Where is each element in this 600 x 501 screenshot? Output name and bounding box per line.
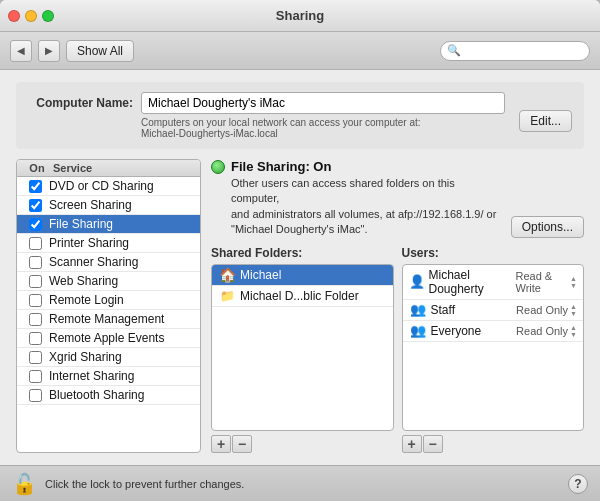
service-checkbox-printer[interactable]: [21, 237, 49, 250]
traffic-lights: [8, 10, 54, 22]
folder-icon-public: 📁: [218, 289, 236, 303]
main-panel: On Service DVD or CD Sharing Screen Shar…: [16, 159, 584, 453]
minimize-button[interactable]: [25, 10, 37, 22]
service-name-bluetooth: Bluetooth Sharing: [49, 388, 196, 402]
content-area: Computer Name: Computers on your local n…: [0, 70, 600, 465]
service-item-bluetooth[interactable]: Bluetooth Sharing: [17, 386, 200, 405]
right-panel: File Sharing: On Other users can access …: [211, 159, 584, 453]
service-checkbox-bluetooth[interactable]: [21, 389, 49, 402]
service-name-printer: Printer Sharing: [49, 236, 196, 250]
user-permission-staff: Read Only ▲▼: [516, 303, 577, 317]
sharing-status-title: File Sharing: On: [231, 159, 505, 174]
back-button[interactable]: ◀: [10, 40, 32, 62]
service-checkbox-xgrid[interactable]: [21, 351, 49, 364]
user-icon-michael: 👤: [409, 275, 425, 289]
service-item-remote-mgmt[interactable]: Remote Management: [17, 310, 200, 329]
service-item-file[interactable]: File Sharing: [17, 215, 200, 234]
services-list: On Service DVD or CD Sharing Screen Shar…: [16, 159, 201, 453]
service-item-remote-login[interactable]: Remote Login: [17, 291, 200, 310]
lock-icon-wrap[interactable]: 🔓: [12, 472, 37, 496]
sharing-status: File Sharing: On Other users can access …: [211, 159, 505, 238]
help-button[interactable]: ?: [568, 474, 588, 494]
permission-stepper-everyone[interactable]: ▲▼: [570, 324, 577, 338]
user-permission-michael: Read & Write ▲▼: [516, 270, 578, 294]
service-checkbox-remote-events[interactable]: [21, 332, 49, 345]
on-column-header: On: [21, 162, 53, 174]
sharing-status-text: File Sharing: On Other users can access …: [231, 159, 505, 238]
computer-name-input[interactable]: [141, 92, 505, 114]
service-name-internet: Internet Sharing: [49, 369, 196, 383]
folders-users-row: Shared Folders: 🏠 Michael 📁 Michael D...…: [211, 246, 584, 453]
remove-user-button[interactable]: −: [423, 435, 443, 453]
folder-item-public[interactable]: 📁 Michael D...blic Folder: [212, 286, 393, 307]
service-checkbox-file[interactable]: [21, 218, 49, 231]
service-name-file: File Sharing: [49, 217, 196, 231]
bottom-bar: 🔓 Click the lock to prevent further chan…: [0, 465, 600, 501]
add-user-button[interactable]: +: [402, 435, 422, 453]
status-dot: [211, 160, 225, 174]
service-checkbox-remote-login[interactable]: [21, 294, 49, 307]
user-name-staff: Staff: [431, 303, 455, 317]
search-icon: 🔍: [447, 44, 461, 57]
maximize-button[interactable]: [42, 10, 54, 22]
computer-name-section: Computer Name: Computers on your local n…: [16, 82, 584, 149]
users-col: Users: 👤 Michael Dougherty Read & Write …: [402, 246, 585, 453]
service-item-web[interactable]: Web Sharing: [17, 272, 200, 291]
service-name-remote-login: Remote Login: [49, 293, 196, 307]
service-checkbox-dvd-cd[interactable]: [21, 180, 49, 193]
user-item-michael-dougherty[interactable]: 👤 Michael Dougherty Read & Write ▲▼: [403, 265, 584, 300]
permission-stepper-staff[interactable]: ▲▼: [570, 303, 577, 317]
user-item-everyone[interactable]: 👥 Everyone Read Only ▲▼: [403, 321, 584, 342]
services-header: On Service: [17, 160, 200, 177]
shared-folders-list: 🏠 Michael 📁 Michael D...blic Folder: [211, 264, 394, 431]
service-item-scanner[interactable]: Scanner Sharing: [17, 253, 200, 272]
service-item-dvd-cd[interactable]: DVD or CD Sharing: [17, 177, 200, 196]
service-name-remote-mgmt: Remote Management: [49, 312, 196, 326]
window-title: Sharing: [276, 8, 324, 23]
service-name-web: Web Sharing: [49, 274, 196, 288]
search-input[interactable]: [461, 45, 583, 57]
user-item-staff[interactable]: 👥 Staff Read Only ▲▼: [403, 300, 584, 321]
service-checkbox-web[interactable]: [21, 275, 49, 288]
remove-folder-button[interactable]: −: [232, 435, 252, 453]
search-box: 🔍: [440, 41, 590, 61]
folder-icon-michael: 🏠: [218, 268, 236, 282]
service-checkbox-internet[interactable]: [21, 370, 49, 383]
bottom-bar-text: Click the lock to prevent further change…: [45, 478, 560, 490]
options-button[interactable]: Options...: [511, 216, 584, 238]
user-icon-everyone: 👥: [409, 324, 427, 338]
edit-button[interactable]: Edit...: [519, 110, 572, 132]
title-bar: Sharing: [0, 0, 600, 32]
service-checkbox-scanner[interactable]: [21, 256, 49, 269]
service-name-scanner: Scanner Sharing: [49, 255, 196, 269]
shared-folders-label: Shared Folders:: [211, 246, 394, 260]
shared-folders-col: Shared Folders: 🏠 Michael 📁 Michael D...…: [211, 246, 394, 453]
service-name-xgrid: Xgrid Sharing: [49, 350, 196, 364]
users-controls: + −: [402, 435, 585, 453]
users-label: Users:: [402, 246, 585, 260]
service-item-printer[interactable]: Printer Sharing: [17, 234, 200, 253]
computer-name-input-area: Computers on your local network can acce…: [141, 92, 505, 139]
service-item-internet[interactable]: Internet Sharing: [17, 367, 200, 386]
close-button[interactable]: [8, 10, 20, 22]
forward-button[interactable]: ▶: [38, 40, 60, 62]
folder-item-michael[interactable]: 🏠 Michael: [212, 265, 393, 286]
service-item-screen[interactable]: Screen Sharing: [17, 196, 200, 215]
permission-stepper-michael[interactable]: ▲▼: [570, 275, 577, 289]
add-folder-button[interactable]: +: [211, 435, 231, 453]
service-checkbox-screen[interactable]: [21, 199, 49, 212]
service-checkbox-remote-mgmt[interactable]: [21, 313, 49, 326]
service-item-xgrid[interactable]: Xgrid Sharing: [17, 348, 200, 367]
folder-name-michael: Michael: [240, 268, 281, 282]
lock-icon: 🔓: [12, 472, 37, 496]
sharing-window: Sharing ◀ ▶ Show All 🔍 Computer Name: Co…: [0, 0, 600, 501]
service-item-remote-events[interactable]: Remote Apple Events: [17, 329, 200, 348]
computer-name-label: Computer Name:: [28, 92, 133, 110]
sharing-status-desc: Other users can access shared folders on…: [231, 176, 505, 238]
service-name-screen: Screen Sharing: [49, 198, 196, 212]
show-all-button[interactable]: Show All: [66, 40, 134, 62]
computer-name-hint: Computers on your local network can acce…: [141, 117, 505, 139]
folders-controls: + −: [211, 435, 394, 453]
toolbar: ◀ ▶ Show All 🔍: [0, 32, 600, 70]
service-column-header: Service: [53, 162, 196, 174]
